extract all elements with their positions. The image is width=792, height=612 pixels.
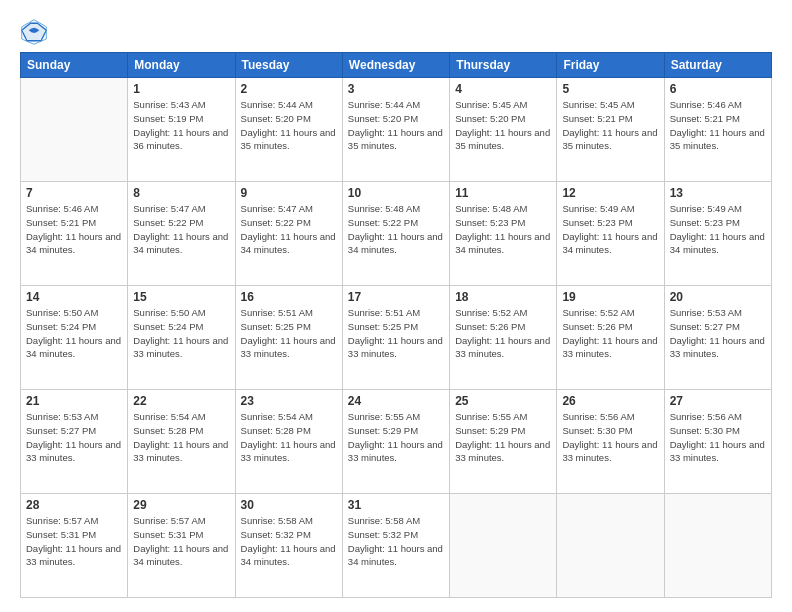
day-number: 11 [455, 186, 551, 200]
page: SundayMondayTuesdayWednesdayThursdayFrid… [0, 0, 792, 612]
day-info: Sunrise: 5:46 AM Sunset: 5:21 PM Dayligh… [26, 202, 122, 257]
calendar-cell: 11Sunrise: 5:48 AM Sunset: 5:23 PM Dayli… [450, 182, 557, 286]
calendar-cell [21, 78, 128, 182]
day-number: 29 [133, 498, 229, 512]
day-number: 20 [670, 290, 766, 304]
calendar-cell: 4Sunrise: 5:45 AM Sunset: 5:20 PM Daylig… [450, 78, 557, 182]
logo [20, 18, 52, 46]
calendar-cell: 27Sunrise: 5:56 AM Sunset: 5:30 PM Dayli… [664, 390, 771, 494]
calendar-cell: 23Sunrise: 5:54 AM Sunset: 5:28 PM Dayli… [235, 390, 342, 494]
day-number: 23 [241, 394, 337, 408]
calendar-cell: 29Sunrise: 5:57 AM Sunset: 5:31 PM Dayli… [128, 494, 235, 598]
day-info: Sunrise: 5:56 AM Sunset: 5:30 PM Dayligh… [670, 410, 766, 465]
day-number: 25 [455, 394, 551, 408]
calendar-cell: 8Sunrise: 5:47 AM Sunset: 5:22 PM Daylig… [128, 182, 235, 286]
day-number: 5 [562, 82, 658, 96]
calendar-header-row: SundayMondayTuesdayWednesdayThursdayFrid… [21, 53, 772, 78]
day-number: 17 [348, 290, 444, 304]
day-info: Sunrise: 5:53 AM Sunset: 5:27 PM Dayligh… [670, 306, 766, 361]
day-number: 26 [562, 394, 658, 408]
day-info: Sunrise: 5:56 AM Sunset: 5:30 PM Dayligh… [562, 410, 658, 465]
day-number: 2 [241, 82, 337, 96]
day-info: Sunrise: 5:43 AM Sunset: 5:19 PM Dayligh… [133, 98, 229, 153]
day-number: 31 [348, 498, 444, 512]
day-number: 30 [241, 498, 337, 512]
day-info: Sunrise: 5:58 AM Sunset: 5:32 PM Dayligh… [241, 514, 337, 569]
day-info: Sunrise: 5:54 AM Sunset: 5:28 PM Dayligh… [241, 410, 337, 465]
calendar-header-sunday: Sunday [21, 53, 128, 78]
day-info: Sunrise: 5:57 AM Sunset: 5:31 PM Dayligh… [26, 514, 122, 569]
day-number: 3 [348, 82, 444, 96]
calendar-cell [664, 494, 771, 598]
calendar-cell: 25Sunrise: 5:55 AM Sunset: 5:29 PM Dayli… [450, 390, 557, 494]
day-number: 8 [133, 186, 229, 200]
calendar-cell: 22Sunrise: 5:54 AM Sunset: 5:28 PM Dayli… [128, 390, 235, 494]
day-info: Sunrise: 5:48 AM Sunset: 5:22 PM Dayligh… [348, 202, 444, 257]
day-number: 14 [26, 290, 122, 304]
calendar-cell: 16Sunrise: 5:51 AM Sunset: 5:25 PM Dayli… [235, 286, 342, 390]
day-number: 15 [133, 290, 229, 304]
day-number: 27 [670, 394, 766, 408]
day-number: 12 [562, 186, 658, 200]
calendar-cell: 19Sunrise: 5:52 AM Sunset: 5:26 PM Dayli… [557, 286, 664, 390]
day-info: Sunrise: 5:57 AM Sunset: 5:31 PM Dayligh… [133, 514, 229, 569]
day-info: Sunrise: 5:50 AM Sunset: 5:24 PM Dayligh… [133, 306, 229, 361]
calendar-cell: 7Sunrise: 5:46 AM Sunset: 5:21 PM Daylig… [21, 182, 128, 286]
calendar-cell: 26Sunrise: 5:56 AM Sunset: 5:30 PM Dayli… [557, 390, 664, 494]
day-info: Sunrise: 5:53 AM Sunset: 5:27 PM Dayligh… [26, 410, 122, 465]
calendar-week-1: 1Sunrise: 5:43 AM Sunset: 5:19 PM Daylig… [21, 78, 772, 182]
day-info: Sunrise: 5:45 AM Sunset: 5:20 PM Dayligh… [455, 98, 551, 153]
calendar-cell: 14Sunrise: 5:50 AM Sunset: 5:24 PM Dayli… [21, 286, 128, 390]
day-number: 18 [455, 290, 551, 304]
day-info: Sunrise: 5:58 AM Sunset: 5:32 PM Dayligh… [348, 514, 444, 569]
calendar-table: SundayMondayTuesdayWednesdayThursdayFrid… [20, 52, 772, 598]
calendar-cell: 30Sunrise: 5:58 AM Sunset: 5:32 PM Dayli… [235, 494, 342, 598]
day-info: Sunrise: 5:48 AM Sunset: 5:23 PM Dayligh… [455, 202, 551, 257]
calendar-header-tuesday: Tuesday [235, 53, 342, 78]
calendar-header-saturday: Saturday [664, 53, 771, 78]
day-number: 13 [670, 186, 766, 200]
calendar-cell: 13Sunrise: 5:49 AM Sunset: 5:23 PM Dayli… [664, 182, 771, 286]
calendar-header-wednesday: Wednesday [342, 53, 449, 78]
day-info: Sunrise: 5:44 AM Sunset: 5:20 PM Dayligh… [241, 98, 337, 153]
calendar-cell: 12Sunrise: 5:49 AM Sunset: 5:23 PM Dayli… [557, 182, 664, 286]
day-info: Sunrise: 5:55 AM Sunset: 5:29 PM Dayligh… [348, 410, 444, 465]
calendar-cell: 6Sunrise: 5:46 AM Sunset: 5:21 PM Daylig… [664, 78, 771, 182]
calendar-header-friday: Friday [557, 53, 664, 78]
calendar-cell: 5Sunrise: 5:45 AM Sunset: 5:21 PM Daylig… [557, 78, 664, 182]
day-info: Sunrise: 5:47 AM Sunset: 5:22 PM Dayligh… [133, 202, 229, 257]
calendar-header-monday: Monday [128, 53, 235, 78]
day-number: 21 [26, 394, 122, 408]
calendar-cell: 17Sunrise: 5:51 AM Sunset: 5:25 PM Dayli… [342, 286, 449, 390]
calendar-cell: 1Sunrise: 5:43 AM Sunset: 5:19 PM Daylig… [128, 78, 235, 182]
calendar-cell: 2Sunrise: 5:44 AM Sunset: 5:20 PM Daylig… [235, 78, 342, 182]
day-number: 19 [562, 290, 658, 304]
day-info: Sunrise: 5:49 AM Sunset: 5:23 PM Dayligh… [562, 202, 658, 257]
calendar-cell: 9Sunrise: 5:47 AM Sunset: 5:22 PM Daylig… [235, 182, 342, 286]
calendar-cell: 15Sunrise: 5:50 AM Sunset: 5:24 PM Dayli… [128, 286, 235, 390]
calendar-cell: 18Sunrise: 5:52 AM Sunset: 5:26 PM Dayli… [450, 286, 557, 390]
calendar-week-2: 7Sunrise: 5:46 AM Sunset: 5:21 PM Daylig… [21, 182, 772, 286]
day-number: 9 [241, 186, 337, 200]
day-number: 6 [670, 82, 766, 96]
day-info: Sunrise: 5:46 AM Sunset: 5:21 PM Dayligh… [670, 98, 766, 153]
day-info: Sunrise: 5:51 AM Sunset: 5:25 PM Dayligh… [348, 306, 444, 361]
calendar-week-3: 14Sunrise: 5:50 AM Sunset: 5:24 PM Dayli… [21, 286, 772, 390]
calendar-cell: 10Sunrise: 5:48 AM Sunset: 5:22 PM Dayli… [342, 182, 449, 286]
day-info: Sunrise: 5:51 AM Sunset: 5:25 PM Dayligh… [241, 306, 337, 361]
calendar-cell [450, 494, 557, 598]
day-info: Sunrise: 5:50 AM Sunset: 5:24 PM Dayligh… [26, 306, 122, 361]
calendar-cell: 3Sunrise: 5:44 AM Sunset: 5:20 PM Daylig… [342, 78, 449, 182]
day-number: 7 [26, 186, 122, 200]
day-info: Sunrise: 5:47 AM Sunset: 5:22 PM Dayligh… [241, 202, 337, 257]
day-info: Sunrise: 5:52 AM Sunset: 5:26 PM Dayligh… [455, 306, 551, 361]
calendar-cell: 21Sunrise: 5:53 AM Sunset: 5:27 PM Dayli… [21, 390, 128, 494]
day-number: 10 [348, 186, 444, 200]
calendar-cell: 31Sunrise: 5:58 AM Sunset: 5:32 PM Dayli… [342, 494, 449, 598]
calendar-week-4: 21Sunrise: 5:53 AM Sunset: 5:27 PM Dayli… [21, 390, 772, 494]
day-info: Sunrise: 5:49 AM Sunset: 5:23 PM Dayligh… [670, 202, 766, 257]
day-number: 4 [455, 82, 551, 96]
day-number: 16 [241, 290, 337, 304]
day-number: 1 [133, 82, 229, 96]
day-info: Sunrise: 5:52 AM Sunset: 5:26 PM Dayligh… [562, 306, 658, 361]
